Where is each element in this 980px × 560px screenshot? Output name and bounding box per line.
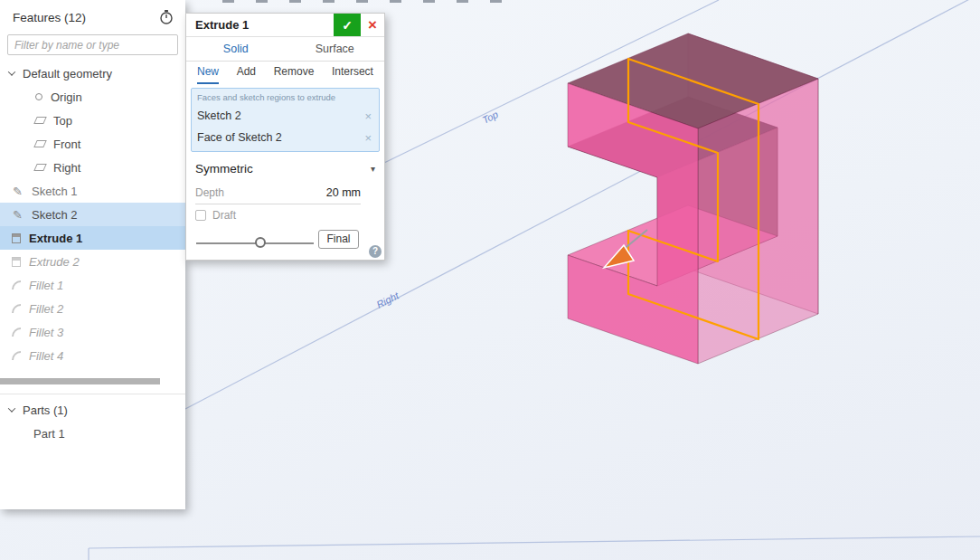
depth-label: Depth xyxy=(195,186,224,199)
feature-item-origin[interactable]: Origin xyxy=(0,85,185,109)
selection-caption: Faces and sketch regions to extrude xyxy=(197,92,373,102)
feature-item-extrude-2[interactable]: Extrude 2 xyxy=(0,250,185,273)
check-icon: ✓ xyxy=(342,18,353,33)
feature-label: Sketch 2 xyxy=(32,208,78,222)
part-face-front[interactable] xyxy=(568,83,698,364)
feature-item-top[interactable]: Top xyxy=(0,109,185,132)
feature-item-right[interactable]: Right xyxy=(0,156,185,179)
draft-row: Draft xyxy=(186,204,384,226)
feature-item-sketch-1[interactable]: ✎ Sketch 1 xyxy=(0,179,185,203)
plane-labels: Top Right xyxy=(374,109,499,310)
plane-icon xyxy=(33,140,47,147)
fillet-icon xyxy=(12,351,21,360)
mode-intersect[interactable]: Intersect xyxy=(332,62,373,84)
depth-row: Depth 20 mm xyxy=(195,181,361,204)
features-panel-header: Features (12) xyxy=(0,0,185,34)
onshape-app: Top Right Featu xyxy=(0,0,980,560)
feature-tree: Default geometry Origin Top Front Right … xyxy=(0,62,185,367)
dialog-titlebar: Extrude 1 ✓ × xyxy=(186,14,384,37)
cropped-toolbar-icons xyxy=(222,0,510,3)
selection-list[interactable]: Faces and sketch regions to extrude Sket… xyxy=(191,88,380,152)
tab-solid[interactable]: Solid xyxy=(186,37,286,61)
sketch-icon: ✎ xyxy=(12,185,24,197)
feature-item-sketch-2[interactable]: ✎ Sketch 2 xyxy=(0,203,185,226)
features-panel: Features (12) Default geometry Origin xyxy=(0,0,185,509)
end-condition-dropdown[interactable]: Symmetric ▾ xyxy=(186,156,384,181)
feature-label: Fillet 4 xyxy=(29,349,63,363)
features-panel-title: Features (12) xyxy=(13,11,86,24)
boolean-mode-tabs: New Add Remove Intersect xyxy=(186,62,384,84)
feature-item-fillet-2[interactable]: Fillet 2 xyxy=(0,297,185,320)
remove-selection-icon[interactable]: × xyxy=(364,131,373,145)
end-condition-value: Symmetric xyxy=(195,162,253,176)
dialog-tabs: Solid Surface xyxy=(186,37,384,62)
close-icon: × xyxy=(368,16,377,33)
feature-label: Fillet 1 xyxy=(29,279,63,292)
right-plane-label: Right xyxy=(374,289,400,310)
fillet-icon xyxy=(12,304,21,313)
part-solid[interactable] xyxy=(568,33,818,364)
feature-item-fillet-1[interactable]: Fillet 1 xyxy=(0,273,185,297)
bottom-plane-edge xyxy=(89,536,980,548)
parts-section: Parts (1) Part 1 xyxy=(0,394,185,445)
rollback-bar[interactable] xyxy=(0,378,160,384)
feature-item-front[interactable]: Front xyxy=(0,132,185,156)
extrude-dialog: Extrude 1 ✓ × Solid Surface New Add Remo… xyxy=(185,13,385,261)
feature-item-extrude-1[interactable]: Extrude 1 xyxy=(0,226,185,250)
top-plane-label: Top xyxy=(480,109,499,126)
feature-item-fillet-4[interactable]: Fillet 4 xyxy=(0,344,185,367)
sketch-icon: ✎ xyxy=(12,209,24,221)
feature-label: Top xyxy=(53,114,72,128)
tab-surface[interactable]: Surface xyxy=(286,37,385,61)
feature-item-fillet-3[interactable]: Fillet 3 xyxy=(0,320,185,344)
chevron-down-icon[interactable] xyxy=(8,404,15,412)
draft-checkbox[interactable] xyxy=(195,210,206,221)
part-label: Part 1 xyxy=(33,427,65,441)
chevron-down-icon: ▾ xyxy=(371,164,375,174)
feature-label: Right xyxy=(53,161,80,175)
feature-label: Sketch 1 xyxy=(32,185,78,198)
remove-selection-icon[interactable]: × xyxy=(364,109,373,123)
chevron-down-icon[interactable] xyxy=(8,68,15,75)
selection-item-label: Sketch 2 xyxy=(197,109,241,122)
filter-input[interactable] xyxy=(7,34,178,55)
fillet-icon xyxy=(12,327,21,337)
selection-item-label: Face of Sketch 2 xyxy=(197,131,282,144)
cancel-button[interactable]: × xyxy=(361,14,384,36)
draft-label: Draft xyxy=(212,209,236,222)
extrude-icon xyxy=(12,233,21,243)
extrude-icon xyxy=(12,257,21,267)
dialog-title: Extrude 1 xyxy=(186,14,249,36)
depth-input[interactable]: 20 mm xyxy=(326,186,361,199)
selection-item[interactable]: Face of Sketch 2 × xyxy=(197,127,373,148)
mode-remove[interactable]: Remove xyxy=(274,62,315,84)
feature-label: Origin xyxy=(51,90,82,104)
selection-item[interactable]: Sketch 2 × xyxy=(197,105,373,127)
mode-add[interactable]: Add xyxy=(237,62,256,84)
feature-label: Fillet 3 xyxy=(29,326,63,339)
dialog-footer: Final ? xyxy=(186,226,384,260)
feature-label: Front xyxy=(53,138,80,151)
plane-icon xyxy=(33,117,47,124)
parts-title: Parts (1) xyxy=(23,403,68,417)
mode-new[interactable]: New xyxy=(197,62,219,84)
parts-section-header[interactable]: Parts (1) xyxy=(0,398,185,422)
help-icon[interactable]: ? xyxy=(369,245,382,258)
feature-label: Default geometry xyxy=(23,67,112,81)
feature-label: Fillet 2 xyxy=(29,302,63,316)
preview-slider-thumb[interactable] xyxy=(255,237,266,248)
origin-icon xyxy=(35,93,42,100)
fillet-icon xyxy=(12,280,21,289)
feature-label: Extrude 2 xyxy=(29,255,80,269)
history-icon[interactable] xyxy=(158,9,174,25)
part-item[interactable]: Part 1 xyxy=(0,422,185,445)
feature-item-default-geometry[interactable]: Default geometry xyxy=(0,62,185,85)
feature-label: Extrude 1 xyxy=(29,232,82,245)
plane-icon xyxy=(33,164,47,171)
confirm-button[interactable]: ✓ xyxy=(334,14,361,36)
final-button[interactable]: Final xyxy=(318,230,359,249)
